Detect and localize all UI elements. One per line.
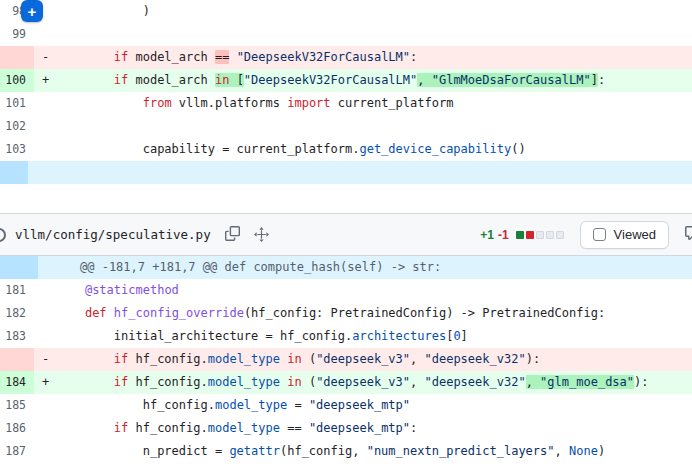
diff-row-context: 187 n_predict = getattr(hf_config, "num_… bbox=[0, 440, 692, 463]
code-line: capability = current_platform.get_device… bbox=[56, 138, 692, 161]
copy-icon bbox=[225, 226, 240, 244]
diff-marker bbox=[34, 23, 56, 46]
code-line: ) bbox=[56, 0, 692, 23]
line-number[interactable]: 181 bbox=[0, 279, 34, 302]
expand-diff-row[interactable] bbox=[0, 161, 692, 184]
add-comment-button[interactable]: + bbox=[21, 0, 43, 22]
diff-row-context: 103 capability = current_platform.get_de… bbox=[0, 138, 692, 161]
line-number[interactable]: 101 bbox=[0, 92, 34, 115]
line-number[interactable]: 103 bbox=[0, 138, 34, 161]
additions-count: +1 bbox=[480, 228, 494, 242]
diff-marker bbox=[34, 138, 56, 161]
diff-marker bbox=[34, 440, 56, 463]
diff-marker: - bbox=[34, 348, 56, 371]
diff-row-context: 181 @staticmethod bbox=[0, 279, 692, 302]
code-line: hf_config.model_type = "deepseek_mtp" bbox=[56, 394, 692, 417]
code-line: if hf_config.model_type == "deepseek_mtp… bbox=[56, 417, 692, 440]
diff-marker bbox=[34, 302, 56, 325]
pull-request-diff: 98 )+99- if model_arch == "DeepseekV32Fo… bbox=[0, 0, 692, 463]
diff-marker: + bbox=[34, 69, 56, 92]
code-line: if model_arch == "DeepseekV32ForCausalLM… bbox=[56, 46, 692, 69]
file-header-actions: +1 -1 Viewed bbox=[480, 221, 692, 249]
viewed-toggle-button[interactable]: Viewed bbox=[580, 221, 669, 249]
diff-marker bbox=[34, 115, 56, 138]
line-number[interactable]: 187 bbox=[0, 440, 34, 463]
diff-file-1-code: 98 )+99- if model_arch == "DeepseekV32Fo… bbox=[0, 0, 692, 184]
diff-row-context: 99 bbox=[0, 23, 692, 46]
line-number[interactable]: 100 bbox=[0, 69, 34, 92]
line-number[interactable]: 186 bbox=[0, 417, 34, 440]
code-line: n_predict = getattr(hf_config, "num_next… bbox=[56, 440, 692, 463]
diff-row-added: 184+ if hf_config.model_type in ("deepse… bbox=[0, 371, 692, 394]
diff-marker: - bbox=[34, 46, 56, 69]
diff-marker bbox=[34, 279, 56, 302]
line-number[interactable]: 182 bbox=[0, 302, 34, 325]
diff-row-context: 183 initial_architecture = hf_config.arc… bbox=[0, 325, 692, 348]
line-number[interactable]: 99 bbox=[0, 23, 34, 46]
hunk-expand-gutter[interactable] bbox=[0, 256, 38, 279]
diff-marker: + bbox=[34, 371, 56, 394]
viewed-label: Viewed bbox=[614, 227, 656, 242]
diffstat-square-gray bbox=[556, 231, 564, 239]
line-number[interactable] bbox=[0, 348, 34, 371]
code-line bbox=[56, 115, 692, 138]
line-number[interactable]: 102 bbox=[0, 115, 34, 138]
diff-row-context: 101 from vllm.platforms import current_p… bbox=[0, 92, 692, 115]
code-line: initial_architecture = hf_config.archite… bbox=[56, 325, 692, 348]
diff-row-context: 98 )+ bbox=[0, 0, 692, 23]
diffstat-square-green bbox=[516, 231, 524, 239]
drag-move-icon[interactable] bbox=[254, 227, 269, 242]
expand-gutter[interactable] bbox=[0, 161, 28, 184]
diff-row-context: 185 hf_config.model_type = "deepseek_mtp… bbox=[0, 394, 692, 417]
file-card-gap bbox=[0, 184, 692, 213]
code-line: if hf_config.model_type in ("deepseek_v3… bbox=[56, 371, 692, 394]
diff-row-deleted: - if model_arch == "DeepseekV32ForCausal… bbox=[0, 46, 692, 69]
hunk-header-text: @@ -181,7 +181,7 @@ def compute_hash(sel… bbox=[38, 256, 441, 279]
code-line bbox=[56, 23, 692, 46]
diffstat-squares bbox=[514, 231, 564, 239]
code-line: from vllm.platforms import current_platf… bbox=[56, 92, 692, 115]
line-number[interactable] bbox=[0, 46, 34, 69]
diffstat-square-gray bbox=[546, 231, 554, 239]
code-line: @staticmethod bbox=[56, 279, 692, 302]
diff-marker bbox=[34, 92, 56, 115]
diffstat-square-gray bbox=[536, 231, 544, 239]
code-line: def hf_config_override(hf_config: Pretra… bbox=[56, 302, 692, 325]
diff-row-context: 102 bbox=[0, 115, 692, 138]
file-name-link[interactable]: vllm/config/speculative.py bbox=[15, 227, 211, 242]
code-line: if hf_config.model_type in ("deepseek_v3… bbox=[56, 348, 692, 371]
copy-path-button[interactable] bbox=[225, 226, 240, 244]
comment-icon[interactable] bbox=[684, 225, 692, 245]
line-number[interactable]: 183 bbox=[0, 325, 34, 348]
diff-row-context: 186 if hf_config.model_type == "deepseek… bbox=[0, 417, 692, 440]
diff-row-deleted: - if hf_config.model_type in ("deepseek_… bbox=[0, 348, 692, 371]
diffstat-square-red bbox=[526, 231, 534, 239]
diff-row-added: 100+ if model_arch in ["DeepseekV32ForCa… bbox=[0, 69, 692, 92]
diff-row-context: 182 def hf_config_override(hf_config: Pr… bbox=[0, 302, 692, 325]
collapse-file-icon[interactable] bbox=[0, 228, 6, 242]
hunk-header-row[interactable]: @@ -181,7 +181,7 @@ def compute_hash(sel… bbox=[0, 256, 692, 279]
line-number[interactable]: 184 bbox=[0, 371, 34, 394]
expand-body[interactable] bbox=[28, 161, 692, 184]
diff-marker bbox=[34, 417, 56, 440]
line-number[interactable]: 185 bbox=[0, 394, 34, 417]
diff-marker bbox=[34, 394, 56, 417]
code-line: if model_arch in ["DeepseekV32ForCausalL… bbox=[56, 69, 692, 92]
diff-file-2-code: @@ -181,7 +181,7 @@ def compute_hash(sel… bbox=[0, 256, 692, 463]
viewed-checkbox[interactable] bbox=[593, 228, 606, 241]
deletions-count: -1 bbox=[498, 228, 509, 242]
file-header: vllm/config/speculative.py +1 -1 Viewed bbox=[0, 213, 692, 256]
diff-marker bbox=[34, 325, 56, 348]
